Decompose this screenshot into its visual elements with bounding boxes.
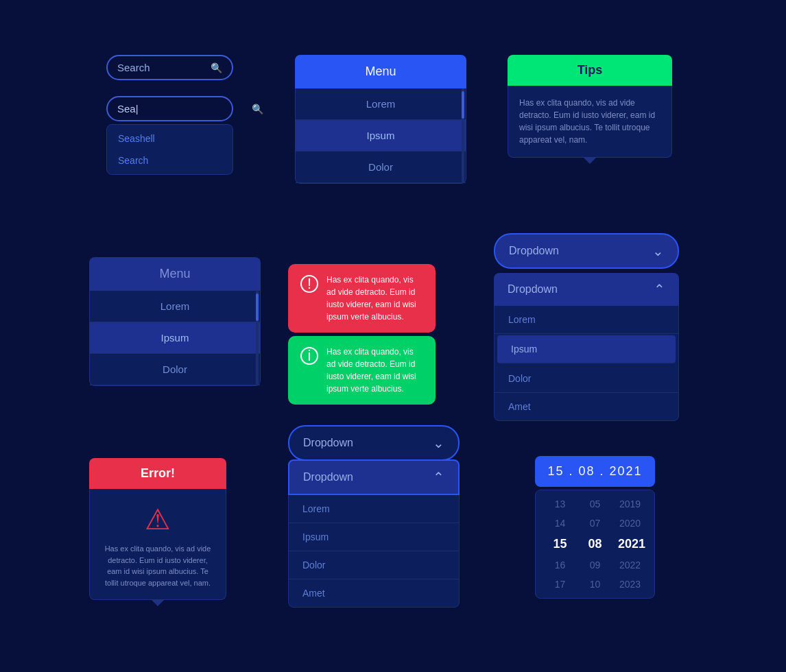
tips-text: Has ex clita quando, vis ad vide detract… bbox=[519, 98, 655, 145]
menu-bottom-body: Lorem Ipsum Dolor bbox=[89, 291, 261, 386]
search-input-active[interactable]: 🔍 bbox=[106, 96, 233, 121]
search-field[interactable] bbox=[117, 62, 206, 73]
dropdown-center-closed-label: Dropdown bbox=[303, 437, 353, 449]
alert-error-icon: ! bbox=[300, 275, 318, 293]
menu-top-item-ipsum[interactable]: Ipsum bbox=[296, 120, 466, 152]
dropdown-right-item-lorem[interactable]: Lorem bbox=[495, 306, 678, 334]
menu-bottom-widget: Menu Lorem Ipsum Dolor bbox=[89, 257, 261, 386]
dropdown-right-item-dolor[interactable]: Dolor bbox=[495, 365, 678, 393]
menu-top-item-lorem[interactable]: Lorem bbox=[296, 88, 466, 120]
dropdown-center-closed: Dropdown ⌄ bbox=[288, 425, 460, 461]
error-warning-icon: ⚠ bbox=[101, 503, 215, 536]
date-scroll: 13 05 2019 14 07 2020 15 08 2021 16 09 2… bbox=[535, 490, 655, 599]
dropdown-center-open: Dropdown ⌃ Lorem Ipsum Dolor Amet bbox=[288, 459, 460, 608]
tips-header: Tips bbox=[508, 55, 672, 86]
menu-bottom-scrollbar-thumb bbox=[256, 293, 259, 321]
dropdown-center-closed-header[interactable]: Dropdown ⌄ bbox=[288, 425, 460, 461]
dropdown-center-item-dolor[interactable]: Dolor bbox=[289, 551, 459, 579]
date-row-1[interactable]: 14 07 2020 bbox=[536, 514, 654, 533]
menu-bottom-item-lorem[interactable]: Lorem bbox=[90, 291, 260, 322]
menu-top-header: Menu bbox=[295, 55, 466, 88]
alert-error-text: Has ex clita quando, vis ad vide detract… bbox=[326, 274, 423, 323]
alert-info-icon: i bbox=[300, 347, 318, 365]
search-widget-open: 🔍 Seashell Search bbox=[106, 96, 233, 175]
error-widget: Error! ⚠ Has ex clita quando, vis ad vid… bbox=[89, 458, 226, 600]
search-suggestion-1[interactable]: Seashell bbox=[107, 128, 233, 149]
alert-info: i Has ex clita quando, vis ad vide detra… bbox=[288, 336, 436, 405]
date-row-2-selected[interactable]: 15 08 2021 bbox=[536, 533, 654, 555]
tips-body: Has ex clita quando, vis ad vide detract… bbox=[508, 86, 672, 158]
error-title: Error! bbox=[141, 466, 175, 480]
search-input-closed[interactable]: 🔍 bbox=[106, 55, 233, 80]
tips-title: Tips bbox=[577, 63, 603, 77]
search-field-active[interactable] bbox=[117, 103, 248, 115]
menu-scrollbar[interactable] bbox=[462, 88, 464, 183]
dropdown-center-item-lorem[interactable]: Lorem bbox=[289, 495, 459, 523]
menu-bottom-item-ipsum[interactable]: Ipsum bbox=[90, 322, 260, 354]
date-picker: 15 . 08 . 2021 13 05 2019 14 07 2020 15 … bbox=[535, 456, 655, 599]
date-row-3[interactable]: 16 09 2022 bbox=[536, 555, 654, 575]
dropdown-center-open-header[interactable]: Dropdown ⌃ bbox=[288, 459, 460, 495]
date-row-0[interactable]: 13 05 2019 bbox=[536, 494, 654, 514]
search-widget-collapsed: 🔍 bbox=[106, 55, 233, 80]
search-icon: 🔍 bbox=[211, 62, 222, 73]
dropdown-right-item-ipsum[interactable]: Ipsum bbox=[497, 335, 676, 363]
menu-top-body: Lorem Ipsum Dolor bbox=[295, 88, 466, 184]
chevron-down-center-icon: ⌄ bbox=[433, 435, 444, 451]
menu-bottom-header: Menu bbox=[89, 257, 261, 291]
dropdown-right-closed-label: Dropdown bbox=[509, 245, 559, 257]
alert-info-text: Has ex clita quando, vis ad vide detract… bbox=[326, 346, 423, 395]
dropdown-center-item-amet[interactable]: Amet bbox=[289, 579, 459, 607]
dropdown-right-open-label: Dropdown bbox=[508, 283, 558, 296]
chevron-up-center-icon: ⌃ bbox=[433, 469, 444, 485]
menu-bottom-item-dolor[interactable]: Dolor bbox=[90, 354, 260, 385]
menu-top-title: Menu bbox=[365, 64, 396, 78]
date-display[interactable]: 15 . 08 . 2021 bbox=[535, 456, 655, 487]
error-header: Error! bbox=[89, 458, 226, 489]
tips-widget: Tips Has ex clita quando, vis ad vide de… bbox=[508, 55, 672, 158]
dropdown-right-closed: Dropdown ⌄ bbox=[494, 233, 679, 269]
dropdown-center-open-body: Lorem Ipsum Dolor Amet bbox=[288, 495, 460, 608]
error-text: Has ex clita quando, vis ad vide detract… bbox=[101, 543, 215, 588]
error-body: ⚠ Has ex clita quando, vis ad vide detra… bbox=[89, 489, 226, 600]
search-suggestions: Seashell Search bbox=[106, 124, 233, 175]
dropdown-right-open-header[interactable]: Dropdown ⌃ bbox=[494, 273, 679, 306]
chevron-up-icon: ⌃ bbox=[654, 281, 665, 298]
dropdown-right-open: Dropdown ⌃ Lorem Ipsum Dolor Amet bbox=[494, 273, 679, 421]
dropdown-right-closed-header[interactable]: Dropdown ⌄ bbox=[494, 233, 679, 269]
dropdown-right-open-body: Lorem Ipsum Dolor Amet bbox=[494, 306, 679, 421]
menu-top-widget: Menu Lorem Ipsum Dolor bbox=[295, 55, 466, 184]
dropdown-center-open-label: Dropdown bbox=[303, 471, 353, 483]
alert-error: ! Has ex clita quando, vis ad vide detra… bbox=[288, 264, 436, 333]
dropdown-center-item-ipsum[interactable]: Ipsum bbox=[289, 523, 459, 551]
chevron-down-icon: ⌄ bbox=[652, 243, 664, 259]
search-suggestion-2[interactable]: Search bbox=[107, 149, 233, 171]
menu-scrollbar-thumb bbox=[462, 91, 464, 119]
menu-bottom-title: Menu bbox=[159, 267, 190, 280]
date-row-4[interactable]: 17 10 2023 bbox=[536, 575, 654, 594]
dropdown-right-item-amet[interactable]: Amet bbox=[495, 393, 678, 420]
menu-top-item-dolor[interactable]: Dolor bbox=[296, 152, 466, 183]
menu-bottom-scrollbar[interactable] bbox=[256, 291, 259, 385]
search-icon-active: 🔍 bbox=[252, 104, 263, 115]
